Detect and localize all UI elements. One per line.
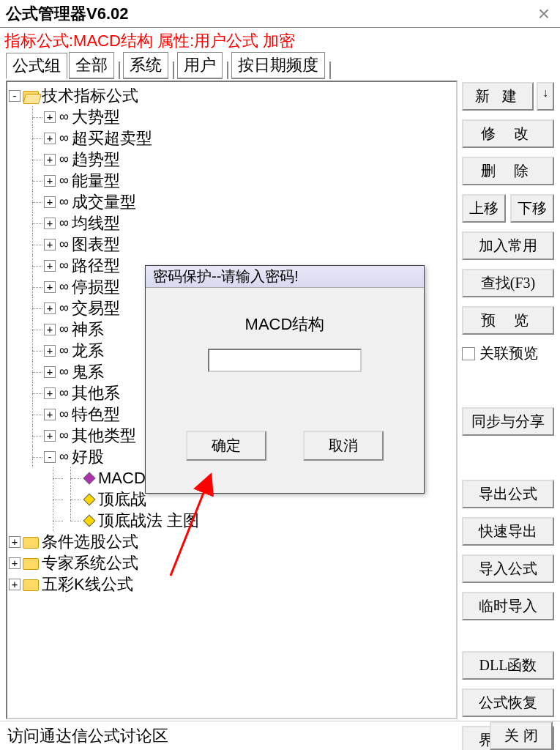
tree-node[interactable]: +∞成交量型 (9, 191, 455, 212)
forum-link[interactable]: 访问通达信公式讨论区 (7, 725, 168, 747)
sync-share-button[interactable]: 同步与分享 (462, 407, 554, 436)
expand-icon[interactable]: + (9, 579, 20, 590)
delete-button[interactable]: 删 除 (462, 157, 554, 185)
tree-node-cond-select[interactable]: + 条件选股公式 (9, 531, 455, 552)
expand-icon[interactable]: + (44, 324, 56, 335)
expand-icon[interactable]: + (44, 133, 56, 144)
tree-node[interactable]: +∞超买超卖型 (9, 127, 455, 149)
add-fav-button[interactable]: 加入常用 (462, 231, 554, 260)
tree-label: 技术指标公式 (42, 85, 138, 106)
checkbox-icon[interactable] (462, 347, 475, 360)
collapse-icon[interactable]: - (9, 90, 20, 102)
formula-info: 指标公式:MACD结构 属性:用户公式 加密 (0, 28, 560, 54)
expand-icon[interactable]: + (44, 239, 56, 250)
import-button[interactable]: 导入公式 (462, 554, 554, 583)
expand-icon[interactable]: + (44, 345, 56, 357)
tree-label: 五彩K线公式 (42, 573, 133, 595)
link-icon: ∞ (59, 234, 69, 255)
link-preview-row[interactable]: 关联预览 (462, 344, 554, 363)
button-panel: 新 建 ↓ 修 改 删 除 上移 下移 加入常用 查找(F3) 预 览 关联预览… (458, 79, 560, 721)
dialog-label: MACD结构 (160, 313, 409, 335)
expand-icon[interactable]: + (44, 154, 56, 166)
password-input[interactable] (208, 349, 362, 372)
tab-by-date-freq[interactable]: 按日期频度 (231, 52, 325, 79)
collapse-icon[interactable]: - (44, 451, 56, 463)
link-icon: ∞ (59, 425, 69, 446)
link-icon: ∞ (59, 361, 69, 382)
dll-button[interactable]: DLL函数 (462, 651, 554, 680)
link-preview-label: 关联预览 (479, 344, 538, 363)
tree-label: 大势型 (72, 106, 120, 127)
tree-label: 图表型 (72, 234, 120, 255)
move-up-button[interactable]: 上移 (462, 194, 506, 223)
tree-label: 好股 (72, 446, 104, 467)
expand-icon[interactable]: + (44, 430, 56, 442)
export-button[interactable]: 导出公式 (462, 480, 554, 508)
tree-node-color-k[interactable]: + 五彩K线公式 (9, 573, 455, 595)
link-icon: ∞ (59, 170, 69, 191)
expand-icon[interactable]: + (44, 366, 56, 378)
tab-system[interactable]: 系统 (123, 52, 168, 79)
bottom-bar: 访问通达信公式讨论区 关 闭 (0, 721, 560, 750)
tree-label: 其他类型 (72, 425, 136, 446)
cancel-button[interactable]: 取消 (303, 431, 384, 461)
tree-node[interactable]: +∞图表型 (9, 234, 455, 255)
tree-label: 顶底战 (98, 489, 146, 510)
tab-user[interactable]: 用户 (177, 52, 223, 79)
quick-export-button[interactable]: 快速导出 (462, 517, 554, 546)
tree-label: 趋势型 (72, 149, 120, 170)
tree-label: 鬼系 (72, 361, 104, 382)
tree-leaf[interactable]: 顶底战法 主图 (9, 510, 455, 531)
expand-icon[interactable]: + (9, 557, 20, 569)
diamond-icon (83, 493, 96, 505)
expand-icon[interactable]: + (44, 409, 56, 420)
tab-bar: 公式组 全部 系统 用户 按日期频度 (0, 54, 560, 79)
tree-node-tech-indicator[interactable]: - 技术指标公式 (9, 85, 455, 106)
preview-button[interactable]: 预 览 (462, 306, 554, 335)
tree-label: 其他系 (72, 382, 120, 404)
tree-node[interactable]: +∞大势型 (9, 106, 455, 127)
tree-label: 能量型 (72, 170, 120, 191)
new-button[interactable]: 新 建 (462, 82, 534, 111)
new-dropdown-button[interactable]: ↓ (537, 82, 554, 111)
close-icon[interactable]: × (534, 2, 554, 26)
expand-icon[interactable]: + (44, 387, 56, 399)
expand-icon[interactable]: + (9, 536, 20, 548)
tree-node-expert-sys[interactable]: + 专家系统公式 (9, 552, 455, 573)
expand-icon[interactable]: + (44, 302, 56, 314)
restore-button[interactable]: 公式恢复 (462, 688, 554, 717)
tree-label: 神系 (72, 319, 104, 340)
tab-all[interactable]: 全部 (69, 52, 114, 79)
find-button[interactable]: 查找(F3) (462, 269, 554, 297)
link-icon: ∞ (59, 127, 69, 149)
folder-open-icon (23, 89, 39, 103)
tree-node[interactable]: +∞均线型 (9, 212, 455, 234)
temp-import-button[interactable]: 临时导入 (462, 592, 554, 620)
expand-icon[interactable]: + (44, 196, 56, 208)
tree-node[interactable]: +∞能量型 (9, 170, 455, 191)
link-icon: ∞ (59, 340, 69, 361)
move-down-button[interactable]: 下移 (510, 194, 554, 223)
tree-label: 路径型 (72, 255, 120, 276)
tree-label: 龙系 (72, 340, 104, 361)
expand-icon[interactable]: + (44, 260, 56, 272)
password-dialog: 密码保护--请输入密码! MACD结构 确定 取消 (145, 265, 425, 494)
link-icon: ∞ (59, 297, 69, 319)
link-icon: ∞ (59, 446, 69, 467)
expand-icon[interactable]: + (44, 281, 56, 293)
tab-formula-group[interactable]: 公式组 (6, 53, 67, 79)
tree-label: 超买超卖型 (72, 127, 152, 149)
ok-button[interactable]: 确定 (186, 431, 266, 461)
tree-label: 顶底战法 主图 (98, 510, 199, 531)
close-button[interactable]: 关 闭 (490, 721, 553, 750)
tree-label: 交易型 (72, 297, 120, 319)
dialog-title: 密码保护--请输入密码! (146, 266, 424, 288)
modify-button[interactable]: 修 改 (462, 119, 554, 148)
tree-node[interactable]: +∞趋势型 (9, 149, 455, 170)
expand-icon[interactable]: + (44, 175, 56, 187)
link-icon: ∞ (59, 149, 69, 170)
expand-icon[interactable]: + (44, 218, 56, 229)
link-icon: ∞ (59, 319, 69, 340)
expand-icon[interactable]: + (44, 111, 56, 123)
tree-label: 停损型 (72, 276, 120, 297)
